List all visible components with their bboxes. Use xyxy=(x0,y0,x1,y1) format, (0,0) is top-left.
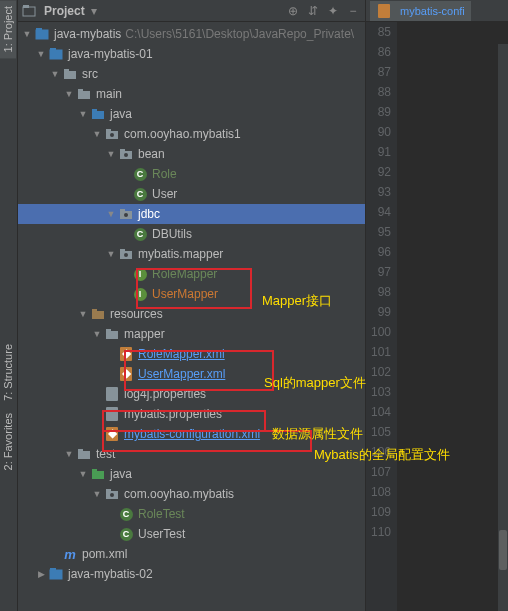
tree-label: java xyxy=(110,467,132,481)
editor-content[interactable] xyxy=(398,22,508,611)
line-number: 107 xyxy=(366,462,397,482)
tree-row[interactable]: ▼jdbc xyxy=(18,204,365,224)
line-number: 88 xyxy=(366,82,397,102)
svg-point-23 xyxy=(124,253,128,257)
tree-row[interactable]: IUserMapper xyxy=(18,284,365,304)
svg-rect-13 xyxy=(106,129,111,132)
tree-row[interactable]: mybatis.properties xyxy=(18,404,365,424)
project-panel: Project ▾ ⊕ ⇵ ✦ − ▼java-mybatisC:\Users\… xyxy=(18,0,366,611)
tree-row[interactable]: ▼mybatis.mapper xyxy=(18,244,365,264)
tree-row[interactable]: log4j.properties xyxy=(18,384,365,404)
xml-icon: ◆ xyxy=(118,346,134,362)
path-text: C:\Users\5161\Desktop\JavaRepo_Private\ xyxy=(125,27,354,41)
svg-point-14 xyxy=(110,133,114,137)
svg-rect-7 xyxy=(64,69,69,72)
project-tree[interactable]: ▼java-mybatisC:\Users\5161\Desktop\JavaR… xyxy=(18,22,365,611)
tree-label: mybatis.mapper xyxy=(138,247,223,261)
tree-label: User xyxy=(152,187,177,201)
folder-icon xyxy=(76,86,92,102)
tree-row[interactable]: CUserTest xyxy=(18,524,365,544)
tree-row[interactable]: CRole xyxy=(18,164,365,184)
expand-arrow-icon[interactable]: ▼ xyxy=(106,249,116,259)
expand-arrow-icon[interactable]: ▶ xyxy=(36,569,46,579)
svg-point-17 xyxy=(124,153,128,157)
tree-row[interactable]: ▼resources xyxy=(18,304,365,324)
line-number: 95 xyxy=(366,222,397,242)
tree-row[interactable]: ▼java xyxy=(18,104,365,124)
tree-row[interactable]: CUser xyxy=(18,184,365,204)
res-folder-icon xyxy=(90,306,106,322)
target-icon[interactable]: ⊕ xyxy=(285,3,301,19)
svg-rect-8 xyxy=(78,91,90,99)
settings-icon[interactable]: ✦ xyxy=(325,3,341,19)
panel-header: Project ▾ ⊕ ⇵ ✦ − xyxy=(18,0,365,22)
expand-arrow-icon[interactable]: ▼ xyxy=(64,89,74,99)
line-gutter: 8586878889909192939495969798991001011021… xyxy=(366,22,398,611)
svg-rect-16 xyxy=(120,149,125,152)
svg-point-20 xyxy=(124,213,128,217)
collapse-icon[interactable]: ⇵ xyxy=(305,3,321,19)
scroll-thumb[interactable] xyxy=(499,530,507,570)
tree-row[interactable]: CDBUtils xyxy=(18,224,365,244)
expand-arrow-icon[interactable]: ▼ xyxy=(92,329,102,339)
tree-row[interactable]: ▼com.ooyhao.mybatis xyxy=(18,484,365,504)
line-number: 109 xyxy=(366,502,397,522)
expand-arrow-icon[interactable]: ▼ xyxy=(106,209,116,219)
sidebar-tab-structure[interactable]: 7: Structure xyxy=(0,338,16,407)
svg-text:◆: ◆ xyxy=(122,347,132,360)
expand-arrow-icon[interactable]: ▼ xyxy=(78,109,88,119)
expand-arrow-icon[interactable]: ▼ xyxy=(92,489,102,499)
tree-row[interactable]: IRoleMapper xyxy=(18,264,365,284)
editor-tab-mybatis[interactable]: mybatis-confi xyxy=(370,1,471,21)
tree-row[interactable]: ◆UserMapper.xml xyxy=(18,364,365,384)
class-c-icon: C xyxy=(132,186,148,202)
tree-row[interactable]: ▶java-mybatis-02 xyxy=(18,564,365,584)
editor-tabs: mybatis-confi xyxy=(366,0,508,22)
tree-row[interactable]: ▼java-mybatisC:\Users\5161\Desktop\JavaR… xyxy=(18,24,365,44)
line-number: 91 xyxy=(366,142,397,162)
svg-rect-44 xyxy=(50,568,56,571)
expand-arrow-icon[interactable]: ▼ xyxy=(78,469,88,479)
project-icon xyxy=(22,4,36,18)
svg-point-42 xyxy=(110,493,114,497)
tree-row[interactable]: ▼java xyxy=(18,464,365,484)
scrollbar[interactable] xyxy=(498,44,508,611)
xml-file-icon xyxy=(376,3,392,19)
sidebar-tab-favorites[interactable]: 2: Favorites xyxy=(0,407,16,476)
expand-arrow-icon[interactable]: ▼ xyxy=(106,149,116,159)
file-icon xyxy=(104,386,120,402)
hide-icon[interactable]: − xyxy=(345,3,361,19)
svg-rect-37 xyxy=(78,449,83,452)
sidebar-tab-project[interactable]: 1: Project xyxy=(0,0,16,58)
tree-row[interactable]: ▼com.ooyhao.mybatis1 xyxy=(18,124,365,144)
tree-label: test xyxy=(96,447,115,461)
expand-arrow-icon[interactable]: ▼ xyxy=(64,449,74,459)
tree-row[interactable]: ▼src xyxy=(18,64,365,84)
xml-icon: ◆ xyxy=(104,426,120,442)
expand-arrow-icon[interactable]: ▼ xyxy=(78,309,88,319)
tree-row[interactable]: CRoleTest xyxy=(18,504,365,524)
tree-row[interactable]: ▼bean xyxy=(18,144,365,164)
svg-rect-27 xyxy=(106,329,111,332)
svg-rect-22 xyxy=(120,249,125,252)
svg-rect-6 xyxy=(64,71,76,79)
svg-rect-11 xyxy=(92,109,97,112)
tree-row[interactable]: ◆RoleMapper.xml xyxy=(18,344,365,364)
tree-row[interactable]: mpom.xml xyxy=(18,544,365,564)
tree-row[interactable]: ▼java-mybatis-01 xyxy=(18,44,365,64)
tree-row[interactable]: ◆mybatis-configuration.xml xyxy=(18,424,365,444)
line-number: 108 xyxy=(366,482,397,502)
expand-arrow-icon[interactable]: ▼ xyxy=(22,29,32,39)
tree-row[interactable]: ▼main xyxy=(18,84,365,104)
tree-row[interactable]: ▼mapper xyxy=(18,324,365,344)
dropdown-icon[interactable]: ▾ xyxy=(91,4,97,18)
expand-arrow-icon[interactable]: ▼ xyxy=(50,69,60,79)
tree-label: DBUtils xyxy=(152,227,192,241)
svg-rect-1 xyxy=(23,5,29,8)
tree-row[interactable]: ▼test xyxy=(18,444,365,464)
expand-arrow-icon[interactable]: ▼ xyxy=(36,49,46,59)
package-icon xyxy=(104,126,120,142)
line-number: 103 xyxy=(366,382,397,402)
svg-rect-19 xyxy=(120,209,125,212)
expand-arrow-icon[interactable]: ▼ xyxy=(92,129,102,139)
